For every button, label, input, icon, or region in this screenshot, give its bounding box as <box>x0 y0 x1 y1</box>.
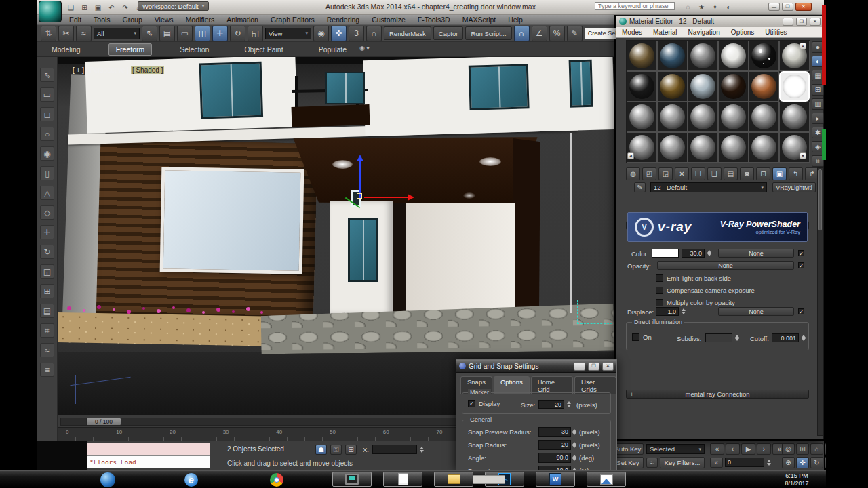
me-menu-item[interactable]: Utilities <box>760 28 792 36</box>
current-frame-field[interactable]: 0 <box>725 458 764 467</box>
me-menu-item[interactable]: Navigation <box>683 28 726 36</box>
subdivs-spinner[interactable] <box>734 333 740 342</box>
ribbon-tab[interactable]: Populate <box>311 43 354 56</box>
material-slot[interactable] <box>749 41 779 71</box>
general-row-field[interactable]: 20 <box>538 440 571 450</box>
menu-item[interactable]: Group <box>117 15 149 24</box>
material-slot[interactable] <box>718 132 749 163</box>
edit-named-selection-icon[interactable]: ✎ <box>567 26 583 41</box>
menu-item[interactable]: MAXScript <box>456 15 502 24</box>
ribbon-tab[interactable]: Object Paint <box>237 43 290 56</box>
material-slot[interactable] <box>779 102 810 132</box>
maxscript-macro-line[interactable] <box>87 443 210 455</box>
run-script-button[interactable]: Run Script... <box>465 26 511 40</box>
slots-scroll-down[interactable]: ▾ <box>800 152 806 159</box>
select-and-rotate-icon[interactable]: ↻ <box>230 26 245 41</box>
assign-material-icon[interactable]: ◲ <box>658 167 673 180</box>
go-to-start-button[interactable]: « <box>710 443 724 455</box>
zoom-extents-icon[interactable]: ◎ <box>782 443 795 455</box>
menu-item[interactable]: Views <box>149 15 180 24</box>
displace-field[interactable]: 1.0 <box>656 307 679 316</box>
menu-item[interactable]: F-Tools3D <box>412 15 456 24</box>
menu-item[interactable]: Customize <box>366 15 412 24</box>
select-and-scale-icon[interactable]: ◱ <box>248 26 263 41</box>
general-row-field[interactable]: 90.0 <box>538 453 571 463</box>
play-button[interactable]: ▶ <box>741 443 755 455</box>
make-copy-icon[interactable]: ❐ <box>691 167 705 180</box>
get-material-icon[interactable]: ◍ <box>626 167 640 180</box>
material-slot[interactable] <box>688 132 718 163</box>
maxscript-listener-line[interactable]: *Floors Load <box>87 455 210 468</box>
material-slot[interactable] <box>718 71 749 102</box>
start-button[interactable] <box>100 472 115 487</box>
general-row-field[interactable]: 10.0 <box>538 466 571 471</box>
color-swatch[interactable] <box>652 249 679 258</box>
reference-coordinate-dropdown[interactable]: View <box>265 28 311 39</box>
select-object-icon[interactable]: ⇖ <box>142 26 157 41</box>
grid-dialog-tab[interactable]: User Grids <box>574 376 616 394</box>
cutoff-spinner[interactable] <box>800 333 806 342</box>
option-row[interactable]: Multiply color by opacity <box>656 299 755 306</box>
put-material-to-scene-icon[interactable]: ◰ <box>642 167 656 180</box>
material-slot[interactable] <box>688 41 718 71</box>
internet-explorer-icon[interactable]: e <box>184 473 198 487</box>
material-type-button[interactable]: VRayLightMtl <box>772 182 816 192</box>
me-minimize-button[interactable]: — <box>783 18 793 26</box>
me-scrollbar[interactable] <box>817 167 823 436</box>
sphere-tool-icon[interactable]: ◉ <box>40 146 54 161</box>
material-slot[interactable] <box>688 71 718 102</box>
close-button[interactable]: ✕ <box>795 3 812 11</box>
me-menu-item[interactable]: Material <box>648 28 683 36</box>
grid-minimize-button[interactable]: — <box>574 362 585 371</box>
opacity-map-checkbox[interactable] <box>798 262 804 268</box>
material-id-icon[interactable]: ◙ <box>740 167 754 180</box>
help-menu-icon[interactable]: ◐ <box>724 2 734 12</box>
grid-dialog-tab[interactable]: Options <box>494 376 530 394</box>
ribbon-tab[interactable]: Freeform <box>108 43 153 56</box>
cylinder-tool-icon[interactable]: ▯ <box>40 166 54 180</box>
percent-snap-icon[interactable]: % <box>549 26 565 41</box>
ribbon-minimize-icon[interactable]: ◉ ▾ <box>359 45 370 52</box>
option-row[interactable]: Emit light on back side <box>656 274 755 282</box>
slots-scroll-up[interactable]: ▴ <box>800 43 806 49</box>
3dsmax-logo-icon[interactable] <box>39 1 62 22</box>
absolute-mode-icon[interactable]: ⊞ <box>345 445 357 455</box>
displace-map-checkbox[interactable] <box>798 308 804 314</box>
me-maximize-button[interactable]: ❐ <box>796 18 807 26</box>
orbit-icon[interactable]: ↻ <box>810 457 823 468</box>
rendermask-button[interactable]: RenderMask <box>384 26 431 40</box>
snap-toggle-2d-icon[interactable]: ∩ <box>366 26 382 41</box>
grid-tool-icon[interactable]: ⌗ <box>40 323 54 338</box>
material-slot[interactable] <box>779 71 810 102</box>
display-row[interactable]: Display <box>468 400 500 407</box>
di-on-row[interactable]: On <box>632 333 652 341</box>
selection-lock-toggle[interactable]: ⚿ <box>330 445 342 455</box>
zoom-region-icon[interactable]: ⊞ <box>796 443 809 455</box>
viewport-label-shaded[interactable]: [ Shaded ] <box>131 66 165 74</box>
material-slot[interactable] <box>688 102 718 132</box>
taskbar-computer-app[interactable] <box>332 472 372 487</box>
select-and-manipulate-icon[interactable]: ✜ <box>331 26 347 41</box>
rotate-tool-icon[interactable]: ↻ <box>40 245 54 259</box>
displace-spinner[interactable] <box>680 307 686 316</box>
key-selection-dropdown[interactable]: Selected <box>646 444 705 454</box>
mental-ray-rollout[interactable]: + mental ray Connection <box>626 390 809 399</box>
circle-tool-icon[interactable]: ○ <box>40 127 54 141</box>
sample-tiling-icon[interactable]: ⊞ <box>812 84 824 96</box>
key-filters-button[interactable]: Key Filters... <box>660 457 705 468</box>
x-coordinate-field[interactable] <box>372 445 417 454</box>
grid-close-button[interactable]: ✕ <box>602 362 614 371</box>
field-of-view-icon[interactable]: ⌂ <box>810 443 823 455</box>
maximize-button[interactable]: ❐ <box>782 3 793 11</box>
menu-item[interactable]: Modifiers <box>180 15 221 24</box>
color-map-checkbox[interactable] <box>798 250 804 256</box>
material-slot[interactable] <box>657 132 688 163</box>
size-field[interactable]: 20 <box>538 400 564 409</box>
bind-to-space-warp-icon[interactable]: ≈ <box>76 26 92 41</box>
show-in-viewport-icon[interactable]: ▣ <box>772 167 787 180</box>
go-to-parent-icon[interactable]: ↰ <box>789 167 803 180</box>
displace-map-button[interactable]: None <box>718 307 794 316</box>
frame-spinner[interactable] <box>766 458 772 467</box>
select-and-link-icon[interactable]: ⇅ <box>41 26 56 41</box>
favorites-icon[interactable]: ★ <box>696 2 707 12</box>
